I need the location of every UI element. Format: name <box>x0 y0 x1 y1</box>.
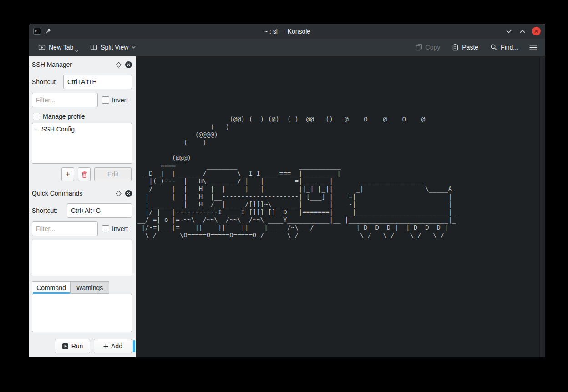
manage-profile-row: Manage profile <box>33 112 132 121</box>
qc-command-list[interactable] <box>32 240 132 276</box>
ssh-manager-close-button[interactable] <box>125 61 132 68</box>
ssh-edit-label: Edit <box>107 171 118 178</box>
quick-commands-header-icons <box>116 190 132 197</box>
qc-shortcut-label: Shortcut: <box>32 207 67 214</box>
float-panel-icon[interactable] <box>116 191 122 196</box>
tab-command[interactable]: Command <box>32 281 71 294</box>
tab-warnings-label: Warnings <box>76 284 103 291</box>
new-tab-button[interactable]: New Tab <box>36 40 81 54</box>
ssh-shortcut-input[interactable] <box>63 75 132 89</box>
qc-add-button[interactable]: Add <box>94 339 132 353</box>
qc-run-button[interactable]: Run <box>55 339 90 353</box>
ssh-config-tree[interactable]: SSH Config <box>32 123 132 164</box>
tree-item-ssh-config[interactable]: SSH Config <box>32 123 132 133</box>
paste-icon <box>452 44 459 51</box>
qc-shortcut-input[interactable] <box>67 203 132 218</box>
run-icon <box>62 343 69 350</box>
copy-label: Copy <box>426 44 441 51</box>
ssh-manager-header-icons <box>116 61 132 68</box>
ssh-invert-checkbox[interactable] <box>102 96 109 104</box>
ssh-manager-title: SSH Manager <box>32 61 72 68</box>
quick-commands-close-button[interactable] <box>125 190 132 197</box>
new-tab-icon <box>38 44 46 51</box>
chevron-down-icon <box>132 46 136 49</box>
ssh-invert-label: Invert <box>112 96 128 104</box>
paste-label: Paste <box>462 44 478 51</box>
terminal-view[interactable]: (@@) ( ) (@) ( ) @@ () @ O @ O @ ( ) (@@… <box>136 56 545 357</box>
terminal-scrollbar[interactable] <box>539 56 545 357</box>
qc-filter-input[interactable] <box>32 221 98 236</box>
window-title: ~ : sl — Konsole <box>29 28 545 35</box>
close-x-icon <box>127 192 130 195</box>
desktop: >_ ~ : sl — Konsole <box>0 0 568 392</box>
manage-profile-label: Manage profile <box>43 113 85 120</box>
quick-commands-header: Quick Commands <box>32 188 132 198</box>
close-x-icon <box>127 63 130 66</box>
ssh-shortcut-label: Shortcut <box>32 78 63 85</box>
qc-actions-row: Run Add <box>29 339 136 353</box>
plus-icon: + <box>66 170 70 179</box>
sidebar: SSH Manager Shortc <box>29 56 136 357</box>
ssh-add-button[interactable]: + <box>61 167 74 181</box>
toolbar: New Tab Split View Copy <box>29 39 545 56</box>
qc-add-label: Add <box>111 342 122 350</box>
search-icon <box>490 44 497 51</box>
manage-profile-checkbox[interactable] <box>33 113 40 120</box>
find-label: Find... <box>501 44 518 51</box>
new-tab-menu-caret-icon <box>75 50 78 52</box>
copy-icon <box>416 44 422 51</box>
ssh-manager-header: SSH Manager <box>32 60 132 70</box>
ssh-edit-button[interactable]: Edit <box>94 167 132 181</box>
ssh-filter-row: Invert <box>32 92 132 107</box>
ssh-shortcut-row: Shortcut <box>32 74 132 89</box>
split-view-label: Split View <box>101 44 128 51</box>
minimize-button[interactable] <box>505 27 513 35</box>
qc-invert-label: Invert <box>112 225 128 232</box>
ssh-actions-row: + Edit <box>29 167 136 181</box>
window-content: SSH Manager Shortc <box>29 56 545 357</box>
chevron-up-icon <box>520 30 525 33</box>
close-button[interactable] <box>532 27 541 35</box>
window-controls <box>505 24 541 39</box>
tree-branch-icon <box>35 125 39 130</box>
tree-item-label: SSH Config <box>41 126 75 133</box>
qc-invert-checkbox[interactable] <box>102 225 109 232</box>
qc-shortcut-row: Shortcut: <box>32 203 132 218</box>
quick-commands-title: Quick Commands <box>32 190 82 197</box>
new-tab-label: New Tab <box>49 44 73 51</box>
qc-command-textarea[interactable] <box>32 294 132 332</box>
titlebar[interactable]: >_ ~ : sl — Konsole <box>29 24 545 39</box>
menu-button[interactable] <box>527 40 539 54</box>
chevron-down-icon <box>506 30 512 33</box>
qc-filter-row: Invert <box>32 221 132 236</box>
maximize-button[interactable] <box>518 27 527 35</box>
tab-warnings[interactable]: Warnings <box>71 281 109 294</box>
close-x-icon <box>534 29 538 33</box>
trash-icon <box>81 171 87 178</box>
konsole-window: >_ ~ : sl — Konsole <box>29 24 545 357</box>
qc-run-label: Run <box>71 342 83 350</box>
terminal-output[interactable]: (@@) ( ) (@) ( ) @@ () @ O @ O @ ( ) (@@… <box>136 56 539 357</box>
split-view-icon <box>90 44 97 51</box>
find-button[interactable]: Find... <box>487 40 521 54</box>
plus-icon <box>103 344 108 349</box>
sidebar-scrollbar[interactable] <box>133 340 135 352</box>
tab-command-label: Command <box>36 284 66 291</box>
ssh-filter-input[interactable] <box>32 93 98 107</box>
qc-tab-bar: Command Warnings <box>29 281 136 294</box>
ssh-delete-button[interactable] <box>78 167 91 181</box>
copy-button[interactable]: Copy <box>413 40 443 54</box>
hamburger-menu-icon <box>529 45 537 50</box>
paste-button[interactable]: Paste <box>449 40 481 54</box>
split-view-button[interactable]: Split View <box>87 40 138 54</box>
float-panel-icon[interactable] <box>116 62 122 68</box>
